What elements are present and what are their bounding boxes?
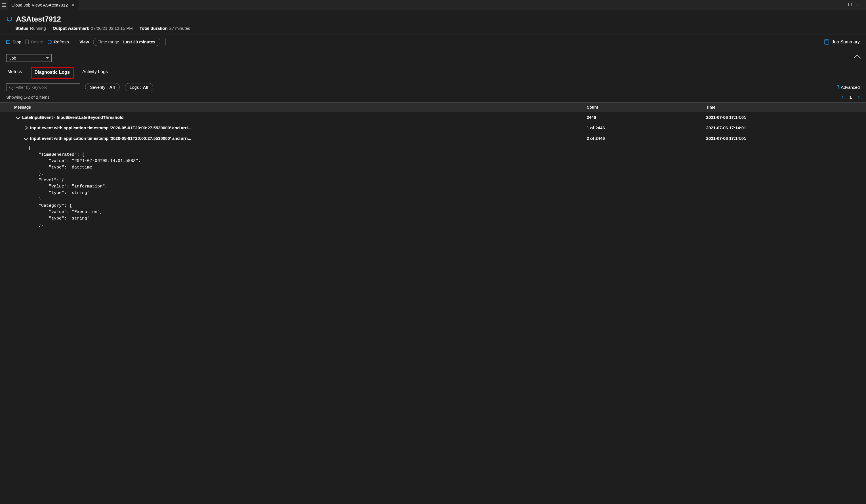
prev-page[interactable]: ‹	[842, 94, 843, 100]
tab-metrics[interactable]: Metrics	[6, 67, 23, 79]
watermark-label: Output watermark	[53, 26, 89, 31]
chevron-down-icon[interactable]	[24, 136, 28, 140]
page-title: ASAtest7912	[16, 15, 61, 24]
col-count[interactable]: Count	[587, 105, 706, 110]
view-button[interactable]: View	[79, 40, 89, 44]
row-time: 2021-07-06 17:14:01	[706, 115, 860, 120]
document-icon	[824, 40, 829, 45]
grid-body: LateInputEvent - InputEventLateBeyondThr…	[0, 112, 866, 144]
table-row[interactable]: Input event with application timestamp '…	[0, 133, 866, 144]
filter-bar: Severity : All Logs : All Advanced	[0, 79, 866, 93]
spinner-icon	[6, 15, 12, 23]
pager: ‹ 1 ›	[842, 94, 860, 100]
scope-select[interactable]: Job	[6, 54, 52, 62]
row-count: 2 of 2446	[587, 136, 706, 141]
svg-point-0	[7, 16, 12, 21]
grid-header: Message Count Time	[0, 102, 866, 112]
row-message: LateInputEvent - InputEventLateBeyondThr…	[22, 115, 124, 120]
row-time: 2021-07-06 17:14:01	[706, 125, 860, 130]
next-page[interactable]: ›	[858, 94, 860, 100]
table-row[interactable]: LateInputEvent - InputEventLateBeyondThr…	[0, 112, 866, 123]
row-message: Input event with application timestamp '…	[30, 136, 191, 141]
job-header: ASAtest7912 StatusRunning Output waterma…	[0, 10, 866, 35]
window-tabbar: Cloud Job View: ASAtest7912 ✕ ···	[0, 0, 866, 10]
view-tabs: Metrics Diagnostic Logs Activity Logs	[0, 62, 866, 79]
tab-activity-logs[interactable]: Activity Logs	[81, 67, 109, 79]
timerange-pill[interactable]: Time range : Last 30 minutes	[93, 38, 160, 46]
status-value: Running	[30, 26, 46, 31]
duration-label: Total duration	[140, 26, 168, 31]
row-time: 2021-07-06 17:14:01	[706, 136, 860, 141]
action-toolbar: Stop Delete Refresh View Time range : La…	[0, 35, 866, 49]
tab-title: Cloud Job View: ASAtest7912	[11, 2, 68, 7]
refresh-icon	[47, 40, 52, 44]
current-page: 1	[850, 95, 852, 100]
row-count: 2446	[587, 115, 706, 120]
hamburger-icon[interactable]	[2, 3, 6, 7]
stop-icon	[6, 40, 10, 44]
refresh-button[interactable]: Refresh	[47, 40, 69, 44]
more-icon[interactable]: ···	[857, 3, 862, 7]
col-message[interactable]: Message	[6, 105, 587, 110]
editor-tab[interactable]: Cloud Job View: ASAtest7912 ✕	[8, 0, 79, 10]
watermark-value: 07/06/21 03:12:15 PM	[91, 26, 133, 31]
duration-value: 27 minutes	[169, 26, 190, 31]
row-count: 1 of 2446	[587, 125, 706, 130]
separator	[165, 38, 166, 45]
severity-filter[interactable]: Severity : All	[85, 83, 120, 91]
tab-diagnostic-logs[interactable]: Diagnostic Logs	[31, 67, 74, 79]
trash-icon	[25, 40, 29, 44]
delete-button: Delete	[25, 40, 43, 44]
external-icon	[835, 86, 839, 89]
table-row[interactable]: Input event with application timestamp '…	[0, 123, 866, 133]
search-icon	[9, 86, 12, 89]
col-time[interactable]: Time	[706, 105, 860, 110]
row-message: Input event with application timestamp '…	[30, 125, 191, 130]
close-icon[interactable]: ✕	[71, 3, 75, 7]
log-json-detail: { "TimeGenerated": { "value": "2021-07-0…	[0, 144, 866, 234]
split-layout-icon[interactable]	[848, 3, 853, 6]
result-count: Showing 1-2 of 2 items	[6, 95, 49, 100]
job-summary-button[interactable]: Job Summary	[824, 40, 860, 45]
logs-filter[interactable]: Logs : All	[125, 83, 153, 91]
chevron-right-icon[interactable]	[24, 126, 28, 130]
advanced-link[interactable]: Advanced	[835, 85, 860, 90]
section-controls: Job	[0, 49, 866, 62]
filter-search[interactable]	[6, 83, 80, 91]
stop-button[interactable]: Stop	[6, 40, 21, 44]
status-label: Status	[15, 26, 29, 31]
chevron-down-icon[interactable]	[16, 115, 20, 119]
result-count-row: Showing 1-2 of 2 items ‹ 1 ›	[0, 93, 866, 102]
filter-input[interactable]	[15, 85, 77, 90]
collapse-icon[interactable]	[854, 55, 861, 61]
